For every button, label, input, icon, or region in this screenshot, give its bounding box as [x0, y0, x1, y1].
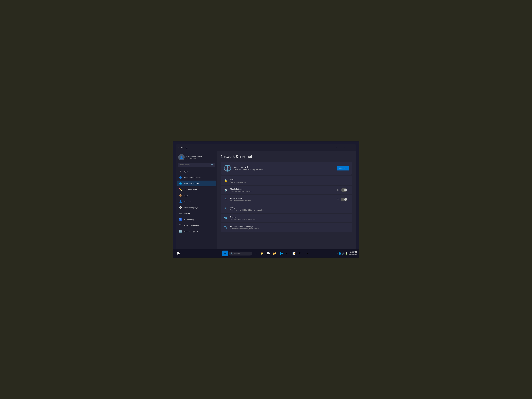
- hotspot-sub: Share your internet connection: [230, 190, 335, 192]
- sidebar-item-gaming-label: Gaming: [184, 212, 190, 215]
- vpn-right: ›: [349, 179, 349, 182]
- search-taskbar[interactable]: 🔍 Search: [229, 252, 252, 255]
- user-info: Ivelina Krastanova Local Account: [186, 155, 214, 159]
- proxy-sub: Proxy server for Wi-Fi and Ethernet conn…: [230, 209, 347, 211]
- gaming-icon: 🎮: [179, 212, 182, 215]
- hotspot-toggle-label: Off: [337, 189, 340, 191]
- tray-network[interactable]: 🌐: [339, 252, 341, 255]
- airplane-icon: ✈: [223, 197, 228, 202]
- tray-volume[interactable]: 🔊: [342, 252, 344, 255]
- settings-item-airplane[interactable]: ✈ Airplane mode Stop wireless communicat…: [221, 195, 352, 204]
- user-name: Ivelina Krastanova: [186, 155, 214, 158]
- vpn-title: VPN: [230, 179, 347, 181]
- notes-icon[interactable]: 📝: [291, 251, 297, 256]
- window-controls: ─ □ ✕: [333, 146, 354, 150]
- sidebar-item-network-label: Network & internet: [184, 183, 199, 185]
- vpn-chevron: ›: [349, 179, 349, 182]
- dialup-sub: Set up a dial-up internet connection: [230, 218, 347, 220]
- settings-item-vpn[interactable]: 🔒 VPN Add, connect, manage ›: [221, 176, 352, 185]
- close-button[interactable]: ✕: [348, 146, 354, 150]
- privacy-icon: 🛡: [179, 224, 182, 227]
- file-explorer-icon[interactable]: 📁: [259, 251, 265, 256]
- not-connected-card: Not connected You aren't connected to an…: [221, 162, 352, 175]
- sidebar-item-gaming[interactable]: 🎮 Gaming: [177, 210, 216, 216]
- proxy-chevron: ›: [349, 208, 349, 210]
- edge-icon[interactable]: 🌐: [278, 251, 284, 256]
- tray-battery[interactable]: 🔋: [345, 252, 348, 255]
- search-icon: 🔍: [211, 164, 214, 166]
- sidebar-item-bluetooth[interactable]: 🔵 Bluetooth & devices: [177, 175, 216, 180]
- connect-button[interactable]: Connect: [337, 166, 349, 171]
- proxy-title: Proxy: [230, 207, 347, 209]
- vpn-icon: 🔒: [223, 178, 228, 183]
- tray-expand[interactable]: ^: [337, 252, 338, 255]
- settings-list: 🔒 VPN Add, connect, manage › 📡: [221, 176, 352, 232]
- back-button[interactable]: ←: [178, 146, 180, 149]
- accounts-icon: 👤: [179, 200, 182, 203]
- clock-date: 12/4/2022: [349, 253, 357, 256]
- sidebar-item-time[interactable]: 🕐 Time & language: [177, 204, 216, 210]
- hotspot-title: Mobile hotspot: [230, 188, 335, 190]
- settings-item-hotspot[interactable]: 📡 Mobile hotspot Share your internet con…: [221, 186, 352, 194]
- minimize-button[interactable]: ─: [333, 146, 340, 150]
- title-bar-left: ← Settings: [178, 146, 188, 149]
- airplane-title: Airplane mode: [230, 197, 335, 200]
- sidebar-item-accessibility-label: Accessibility: [184, 218, 194, 221]
- bluetooth-icon: 🔵: [179, 176, 182, 179]
- sidebar-item-network[interactable]: 🌐 Network & internet: [177, 181, 216, 186]
- avatar-icon: 👤: [180, 155, 183, 159]
- search-label: Search: [234, 253, 240, 255]
- taskbar-notification-icon[interactable]: 💬: [175, 251, 181, 256]
- taskbar-left: 💬: [175, 251, 181, 256]
- folder-icon[interactable]: 📂: [272, 251, 278, 256]
- main-layout: 👤 Ivelina Krastanova Local Account 🔍 🖥: [176, 151, 356, 249]
- sidebar-item-personalization[interactable]: ✏️ Personalization: [177, 187, 216, 192]
- airplane-toggle[interactable]: [341, 198, 347, 201]
- sidebar-item-privacy[interactable]: 🛡 Privacy & security: [177, 222, 216, 228]
- hotspot-toggle[interactable]: [341, 188, 347, 192]
- settings-icon[interactable]: ⚙: [304, 251, 310, 256]
- svg-rect-5: [225, 208, 226, 208]
- antivirus-icon[interactable]: 🛡: [298, 251, 303, 256]
- apps-icon: 📦: [179, 194, 182, 197]
- globe-icon: [224, 164, 231, 172]
- clock-time: 6:06 AM: [349, 251, 357, 253]
- settings-item-dialup[interactable]: ☎ Dial-up Set up a dial-up internet conn…: [221, 214, 352, 222]
- time-icon: 🕐: [179, 206, 182, 209]
- restore-button[interactable]: □: [340, 146, 347, 150]
- settings-item-proxy[interactable]: Proxy Proxy server for Wi-Fi and Etherne…: [221, 204, 352, 213]
- dialup-title: Dial-up: [230, 216, 347, 218]
- taskview-icon[interactable]: ⧉: [253, 251, 258, 256]
- dialup-right: ›: [349, 217, 349, 219]
- search-box[interactable]: 🔍: [178, 163, 215, 167]
- search-input[interactable]: [179, 164, 210, 166]
- sidebar-item-system[interactable]: 🖥 System: [177, 169, 216, 174]
- sidebar-item-update[interactable]: 🔄 Windows Update: [177, 228, 216, 234]
- not-connected-sub: You aren't connected to any networks: [234, 168, 335, 171]
- sidebar-item-update-label: Windows Update: [184, 230, 198, 233]
- sidebar-item-accounts[interactable]: 👤 Accounts: [177, 198, 216, 204]
- advanced-text: Advanced network settings View all netwo…: [230, 225, 347, 229]
- page-title: Network & internet: [221, 154, 352, 159]
- airplane-text: Airplane mode Stop wireless communicatio…: [230, 197, 335, 202]
- sidebar-item-system-label: System: [184, 171, 190, 173]
- personalization-icon: ✏️: [179, 188, 182, 191]
- clock[interactable]: 6:06 AM 12/4/2022: [349, 251, 357, 256]
- accessibility-icon: ♿: [179, 218, 182, 221]
- store-icon[interactable]: 🛍: [285, 251, 291, 256]
- sidebar-item-accessibility[interactable]: ♿ Accessibility: [177, 216, 216, 222]
- sidebar-item-apps-label: Apps: [184, 194, 188, 196]
- advanced-icon: [223, 225, 228, 230]
- window-title: Settings: [181, 146, 188, 149]
- airplane-right: Off ›: [337, 198, 349, 201]
- start-button[interactable]: ⊞: [222, 251, 228, 256]
- user-sub: Local Account: [186, 158, 214, 159]
- hotspot-icon: 📡: [223, 188, 228, 192]
- vpn-sub: Add, connect, manage: [230, 181, 347, 183]
- vpn-text: VPN Add, connect, manage: [230, 179, 347, 183]
- dialup-icon: ☎: [223, 216, 228, 220]
- sidebar-item-apps[interactable]: 📦 Apps: [177, 192, 216, 198]
- svg-rect-9: [225, 226, 226, 227]
- teams-icon[interactable]: 💬: [266, 251, 271, 256]
- settings-item-advanced[interactable]: Advanced network settings View all netwo…: [221, 223, 352, 232]
